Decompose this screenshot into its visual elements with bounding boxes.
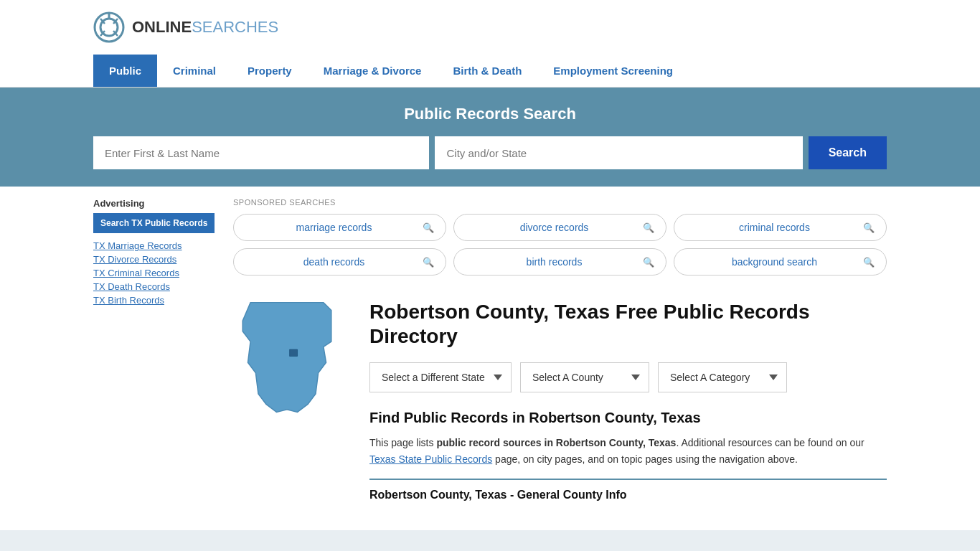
sponsored-item-death-text: death records [245,256,423,268]
logo-icon [93,11,125,43]
search-banner: Public Records Search Search [0,88,980,187]
sponsored-item-birth[interactable]: birth records 🔍 [453,248,666,276]
search-form: Search [93,136,887,169]
banner-title: Public Records Search [93,105,887,123]
nav-item-property[interactable]: Property [232,55,308,87]
city-search-input[interactable] [435,136,802,169]
search-icon-birth: 🔍 [643,257,654,268]
search-button[interactable]: Search [809,136,887,169]
main-content: SPONSORED SEARCHES marriage records 🔍 di… [233,198,887,516]
general-info-title: Robertson County, Texas - General County… [369,489,887,501]
search-icon-death: 🔍 [423,257,434,268]
county-dropdown[interactable]: Select A County [520,362,649,392]
find-desc-middle: . Additional resources can be found on o… [676,437,864,448]
logo-text: ONLINE SEARCHES [132,18,278,37]
search-icon-background: 🔍 [863,257,875,268]
find-desc-bold: public record sources in Robertson Count… [436,437,676,448]
left-sidebar: Advertising Search TX Public Records TX … [93,198,219,516]
sponsored-item-death[interactable]: death records 🔍 [233,248,446,276]
nav-item-marriage-divorce[interactable]: Marriage & Divorce [308,55,438,87]
sponsored-item-background[interactable]: background search 🔍 [674,248,887,276]
find-desc-end: page, on city pages, and on topic pages … [492,453,798,465]
full-layout: Advertising Search TX Public Records TX … [0,187,980,530]
main-nav: Public Criminal Property Marriage & Divo… [0,55,980,88]
sponsored-item-marriage-text: marriage records [245,222,423,233]
find-description: This page lists public record sources in… [369,435,887,467]
search-icon-divorce: 🔍 [643,222,654,233]
sponsored-item-criminal-text: criminal records [686,222,863,233]
nav-item-birth-death[interactable]: Birth & Death [437,55,537,87]
sponsored-item-divorce[interactable]: divorce records 🔍 [453,214,666,241]
sponsored-item-divorce-text: divorce records [466,222,643,233]
category-dropdown[interactable]: Select A Category [658,362,787,392]
county-map [233,300,348,501]
county-info: Robertson County, Texas Free Public Reco… [369,300,887,501]
dropdowns-row: Select a Different State Select A County… [369,362,887,392]
sponsored-item-birth-text: birth records [466,256,643,268]
name-search-input[interactable] [93,136,429,169]
sidebar-link-birth[interactable]: TX Birth Records [93,295,219,306]
sidebar-link-divorce[interactable]: TX Divorce Records [93,254,219,265]
section-divider [369,479,887,480]
sidebar-link-criminal[interactable]: TX Criminal Records [93,268,219,278]
find-title: Find Public Records in Robertson County,… [369,410,887,426]
county-title: Robertson County, Texas Free Public Reco… [369,300,887,348]
sponsored-item-background-text: background search [686,256,863,268]
county-section: Robertson County, Texas Free Public Reco… [233,293,887,516]
header: ONLINE SEARCHES [0,0,980,55]
texas-map-svg [233,300,341,415]
state-dropdown[interactable]: Select a Different State [369,362,512,392]
nav-item-public[interactable]: Public [93,55,157,87]
sidebar-link-death[interactable]: TX Death Records [93,281,219,292]
search-icon-criminal: 🔍 [863,222,875,233]
find-section: Find Public Records in Robertson County,… [369,410,887,501]
svg-marker-3 [242,303,331,413]
find-desc-start: This page lists [369,437,436,448]
advertising-label: Advertising [93,198,219,209]
logo[interactable]: ONLINE SEARCHES [93,11,278,43]
nav-item-criminal[interactable]: Criminal [157,55,232,87]
sponsored-item-criminal[interactable]: criminal records 🔍 [674,214,887,241]
sponsored-label: SPONSORED SEARCHES [233,198,887,207]
search-icon-marriage: 🔍 [423,222,434,233]
ad-button[interactable]: Search TX Public Records [93,213,215,233]
svg-marker-4 [290,349,298,356]
find-desc-link[interactable]: Texas State Public Records [369,453,492,465]
sidebar-link-marriage[interactable]: TX Marriage Records [93,240,219,251]
sponsored-item-marriage[interactable]: marriage records 🔍 [233,214,446,241]
sponsored-grid: marriage records 🔍 divorce records 🔍 cri… [233,214,887,276]
nav-item-employment[interactable]: Employment Screening [537,55,689,87]
